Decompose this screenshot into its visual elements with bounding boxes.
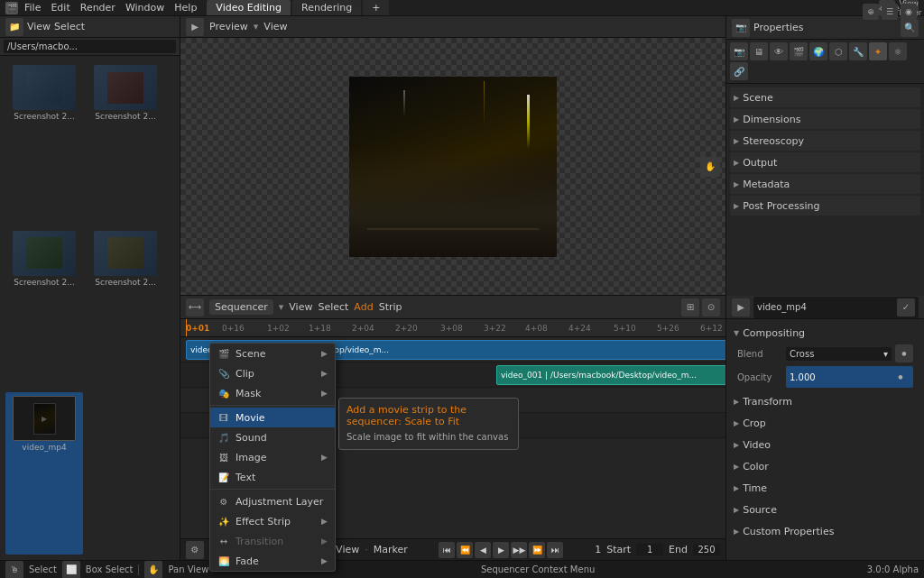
menu-text[interactable]: 📝 Text bbox=[210, 467, 335, 487]
preview-view[interactable]: View bbox=[263, 21, 287, 32]
tab-rendering[interactable]: Rendering bbox=[292, 0, 361, 15]
select-status: Select bbox=[29, 564, 57, 574]
opacity-dot[interactable]: ⚫ bbox=[892, 368, 910, 386]
constraints-props-icon[interactable]: 🔗 bbox=[730, 62, 748, 80]
file-item-screenshot4[interactable]: Screenshot 2... bbox=[87, 227, 164, 390]
source-header[interactable]: ▶ Source bbox=[730, 500, 920, 519]
object-props-icon[interactable]: ⬡ bbox=[829, 42, 847, 60]
view-label[interactable]: View bbox=[27, 21, 51, 32]
strip-label-2: video_001 | /Users/macbook/Desktop/video… bbox=[501, 371, 697, 380]
sequencer-name[interactable]: Sequencer bbox=[209, 299, 273, 315]
tl-strip[interactable]: Strip bbox=[379, 301, 402, 313]
menu-file[interactable]: File bbox=[20, 1, 45, 14]
menu-scene-arrow: ▶ bbox=[321, 349, 328, 358]
tl-add[interactable]: Add bbox=[354, 301, 373, 313]
menu-adjustment[interactable]: ⚙ Adjustment Layer bbox=[210, 491, 335, 511]
strip-name: video_mp4 bbox=[757, 302, 807, 312]
menu-help[interactable]: Help bbox=[170, 1, 201, 14]
metadata-section-header[interactable]: ▶ Metadata bbox=[730, 174, 920, 194]
physics-props-icon[interactable]: ⚛ bbox=[889, 42, 907, 60]
output-section-header[interactable]: ▶ Output bbox=[730, 152, 920, 172]
render-icon[interactable]: 📷 bbox=[732, 19, 750, 37]
next-frame-btn[interactable]: ▶▶ bbox=[511, 542, 527, 558]
tab-video-editing[interactable]: Video Editing bbox=[207, 0, 291, 15]
render-search-icon[interactable]: 🔍 bbox=[901, 19, 919, 37]
jump-end-btn[interactable]: ⏭ bbox=[547, 542, 563, 558]
render-props-content: ▶ Scene ▶ Dimensions ▶ Stereoscopy bbox=[726, 84, 924, 296]
tab-add[interactable]: + bbox=[363, 0, 389, 15]
menu-movie[interactable]: 🎞 Movie bbox=[210, 408, 335, 427]
menu-mask[interactable]: 🎭 Mask ▶ bbox=[210, 383, 335, 403]
transform-section: ▶ Transform bbox=[730, 391, 920, 411]
blend-value[interactable]: Cross ▾ bbox=[786, 347, 892, 361]
compositing-section: ▼ Compositing Blend Cross ▾ ⚫ Opacity bbox=[730, 323, 920, 390]
time-arrow: ▶ bbox=[734, 484, 739, 492]
snap-icon[interactable]: ⊞ bbox=[681, 298, 699, 317]
view-label-tl[interactable]: View bbox=[336, 544, 359, 555]
blend-arrow: ▾ bbox=[883, 349, 888, 359]
output-arrow: ▶ bbox=[734, 159, 739, 167]
strip-icon[interactable]: ▶ bbox=[732, 298, 750, 317]
dimensions-section-header[interactable]: ▶ Dimensions bbox=[730, 109, 920, 129]
next-keyframe-btn[interactable]: ⏩ bbox=[529, 542, 545, 558]
menu-image[interactable]: 🖼 Image ▶ bbox=[210, 447, 335, 467]
menu-edit[interactable]: Edit bbox=[46, 1, 74, 14]
menu-effect-strip[interactable]: ✨ Effect Strip ▶ bbox=[210, 511, 335, 531]
time-header[interactable]: ▶ Time bbox=[730, 478, 920, 498]
prev-keyframe-btn[interactable]: ⏪ bbox=[457, 542, 473, 558]
play-btn[interactable]: ▶ bbox=[493, 542, 509, 558]
particles-props-icon[interactable]: ✦ bbox=[869, 42, 887, 60]
tl-view[interactable]: View bbox=[289, 301, 312, 313]
start-frame-input[interactable]: 1 bbox=[636, 544, 663, 555]
strip-video-001[interactable]: video_001 | /Users/macbook/Desktop/video… bbox=[496, 365, 725, 385]
world-props-icon[interactable]: 🌍 bbox=[809, 42, 827, 60]
select-label[interactable]: Select bbox=[54, 21, 85, 32]
tl-select[interactable]: Select bbox=[318, 301, 348, 313]
menu-scene[interactable]: 🎬 Scene ▶ bbox=[210, 344, 335, 363]
file-item-screenshot3[interactable]: Screenshot 2... bbox=[5, 227, 83, 390]
custom-props-header[interactable]: ▶ Custom Properties bbox=[730, 521, 920, 541]
output-props-icon[interactable]: 🖥 bbox=[750, 42, 768, 60]
scene-props-icon[interactable]: 🎬 bbox=[790, 42, 808, 60]
strip-check-icon[interactable]: ✓ bbox=[897, 298, 915, 317]
strip-name-controls: ✓ bbox=[897, 298, 915, 317]
render-props-icon[interactable]: 📷 bbox=[730, 42, 748, 60]
sync-icon[interactable]: ⊙ bbox=[702, 298, 720, 317]
menu-sound[interactable]: 🎵 Sound bbox=[210, 427, 335, 447]
pan-icon[interactable]: ✋ bbox=[700, 157, 720, 177]
playback-mode-icon[interactable]: ⚙ bbox=[186, 541, 204, 559]
right-panels: 📷 Properties 🔍 📷 🖥 👁 🎬 🌍 ⬡ 🔧 ✦ ⚛ 🔗 bbox=[725, 16, 924, 560]
prev-frame-btn[interactable]: ◀ bbox=[475, 542, 491, 558]
menu-render[interactable]: Render bbox=[76, 1, 120, 14]
blend-settings-icon[interactable]: ⚫ bbox=[895, 344, 913, 362]
video-header[interactable]: ▶ Video bbox=[730, 435, 920, 454]
menu-effect-label: Effect Strip bbox=[236, 516, 291, 528]
strip-name-field[interactable]: video_mp4 ✓ bbox=[753, 297, 919, 318]
file-item-video[interactable]: ▶ video_mp4 bbox=[5, 392, 83, 555]
view-props-icon[interactable]: 👁 bbox=[770, 42, 788, 60]
menu-window[interactable]: Window bbox=[121, 1, 169, 14]
menu-clip[interactable]: 📎 Clip ▶ bbox=[210, 363, 335, 383]
scene-section-header[interactable]: ▶ Scene bbox=[730, 87, 920, 107]
blender-icon[interactable]: 🎬 bbox=[5, 2, 18, 14]
file-item-screenshot2[interactable]: Screenshot 2... bbox=[87, 61, 164, 224]
jump-start-btn[interactable]: ⏮ bbox=[439, 542, 455, 558]
menu-sound-icon: 🎵 bbox=[217, 431, 230, 444]
thumb-img-1 bbox=[26, 72, 62, 104]
transform-header[interactable]: ▶ Transform bbox=[730, 391, 920, 411]
end-frame-input[interactable]: 250 bbox=[693, 544, 720, 555]
marker-label[interactable]: Marker bbox=[374, 544, 408, 555]
file-path[interactable]: /Users/macbo... bbox=[4, 40, 176, 53]
color-header[interactable]: ▶ Color bbox=[730, 456, 920, 476]
custom-props-section: ▶ Custom Properties bbox=[730, 521, 920, 541]
file-item-screenshot1[interactable]: Screenshot 2... bbox=[5, 61, 83, 224]
crop-header[interactable]: ▶ Crop bbox=[730, 413, 920, 433]
post-processing-header[interactable]: ▶ Post Processing bbox=[730, 196, 920, 216]
stereo-section-header[interactable]: ▶ Stereoscopy bbox=[730, 131, 920, 151]
opacity-value[interactable]: 1.000 ⚫ bbox=[786, 366, 913, 388]
menu-transition[interactable]: ↔ Transition ▶ bbox=[210, 531, 335, 538]
workspace-tabs: Video Editing Rendering + bbox=[207, 0, 389, 15]
modifier-props-icon[interactable]: 🔧 bbox=[849, 42, 867, 60]
compositing-header[interactable]: ▼ Compositing bbox=[730, 323, 920, 343]
context-menu[interactable]: 🎬 Scene ▶ 📎 Clip ▶ 🎭 Mask ▶ bbox=[209, 343, 336, 538]
